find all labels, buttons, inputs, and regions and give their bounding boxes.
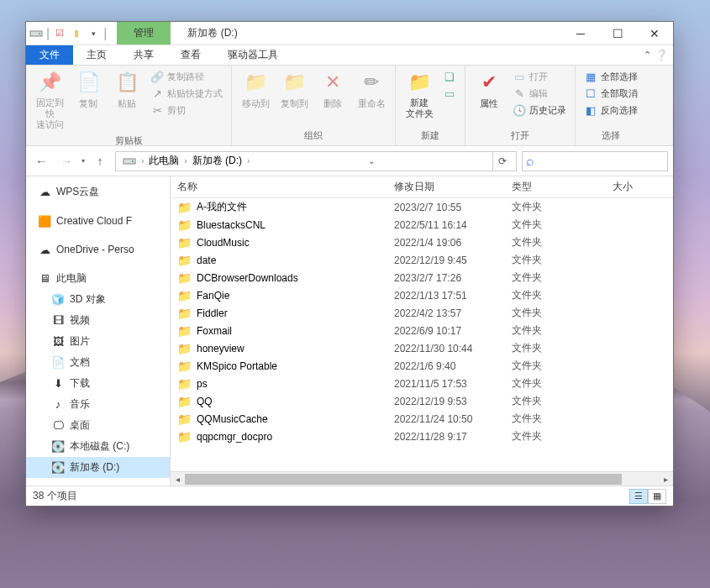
sidebar-item[interactable]: ☁OneDrive - Perso xyxy=(26,239,170,260)
horizontal-scrollbar[interactable]: ◂ ▸ xyxy=(171,471,673,486)
select-none-button[interactable]: ☐ 全部取消 xyxy=(581,86,641,101)
nav-forward-button[interactable]: → xyxy=(56,151,76,171)
nav-back-button[interactable]: ← xyxy=(31,151,51,171)
chevron-right-icon[interactable]: › xyxy=(184,156,187,165)
properties-button[interactable]: ✔ 属性 xyxy=(471,67,508,112)
sidebar-item[interactable]: 💽新加卷 (D:) xyxy=(26,457,170,478)
file-row[interactable]: 📁BluestacksCNL2022/5/11 16:14文件夹 xyxy=(171,216,673,234)
paste-shortcut-icon: ↗ xyxy=(150,87,164,100)
open-label: 打开 xyxy=(529,71,548,83)
folder-qat-icon[interactable]: ▮ xyxy=(70,27,83,40)
search-input[interactable] xyxy=(538,155,664,167)
history-button[interactable]: 🕓 历史记录 xyxy=(509,102,570,118)
copy-to-button[interactable]: 📁 复制到 xyxy=(276,67,313,112)
file-date: 2021/11/5 17:53 xyxy=(394,378,512,390)
copy-path-button[interactable]: 🔗 复制路径 xyxy=(147,69,226,84)
qat-dropdown-icon[interactable]: ▾ xyxy=(87,27,100,40)
close-button[interactable]: ✕ xyxy=(636,22,673,45)
new-folder-button[interactable]: 📁 新建 文件夹 xyxy=(401,67,438,121)
column-size[interactable]: 大小 xyxy=(613,180,673,194)
nav-up-button[interactable]: ↑ xyxy=(90,151,110,171)
navigation-pane[interactable]: ☁WPS云盘🟧Creative Cloud F☁OneDrive - Perso… xyxy=(26,176,171,486)
sidebar-item[interactable]: 📄文档 xyxy=(26,352,170,373)
menu-drive-tools[interactable]: 驱动器工具 xyxy=(214,45,292,65)
details-view-button[interactable]: ☰ xyxy=(629,489,648,504)
edit-button[interactable]: ✎ 编辑 xyxy=(509,86,570,101)
maximize-button[interactable]: ☐ xyxy=(599,22,636,45)
breadcrumb-dropdown[interactable]: ⌄ xyxy=(361,152,381,171)
file-row[interactable]: 📁Fiddler2022/4/2 13:57文件夹 xyxy=(171,304,673,322)
paste-shortcut-button[interactable]: ↗ 粘贴快捷方式 xyxy=(147,86,226,101)
pin-button[interactable]: 📌 固定到快 速访问 xyxy=(31,67,68,133)
sidebar-item[interactable]: 🧊3D 对象 xyxy=(26,289,170,310)
sidebar-item[interactable]: ☁WPS云盘 xyxy=(26,181,170,202)
sidebar-item-label: Creative Cloud F xyxy=(56,215,132,227)
checkbox-icon[interactable]: ☑ xyxy=(53,27,66,40)
refresh-button[interactable]: ⟳ xyxy=(492,152,513,171)
copy-button[interactable]: 📄 复制 xyxy=(70,67,107,112)
column-type[interactable]: 类型 xyxy=(512,180,613,194)
new-item-button[interactable]: ❏ xyxy=(439,69,460,84)
sidebar-item[interactable]: 💽本地磁盘 (C:) xyxy=(26,436,170,457)
sidebar-item[interactable]: 🖵桌面 xyxy=(26,415,170,436)
breadcrumb[interactable]: › 此电脑 › 新加卷 (D:) › ⌄ ⟳ xyxy=(115,151,517,171)
open-button[interactable]: ▭ 打开 xyxy=(509,69,570,84)
file-row[interactable]: 📁CloudMusic2022/1/4 19:06文件夹 xyxy=(171,234,673,251)
sidebar-item[interactable]: ♪音乐 xyxy=(26,394,170,415)
invert-selection-button[interactable]: ◧ 反向选择 xyxy=(581,102,641,118)
scroll-track[interactable] xyxy=(185,472,659,486)
file-list[interactable]: 📁A-我的文件2023/2/7 10:55文件夹📁BluestacksCNL20… xyxy=(171,198,673,471)
chevron-right-icon[interactable]: › xyxy=(141,156,144,165)
file-type: 文件夹 xyxy=(512,376,613,391)
file-type: 文件夹 xyxy=(512,359,613,373)
icons-view-button[interactable]: ▦ xyxy=(648,489,666,504)
file-row[interactable]: 📁honeyview2022/11/30 10:44文件夹 xyxy=(171,339,673,357)
column-date[interactable]: 修改日期 xyxy=(394,180,512,194)
delete-button[interactable]: ✕ 删除 xyxy=(314,67,351,112)
file-row[interactable]: 📁date2022/12/19 9:45文件夹 xyxy=(171,251,673,269)
properties-label: 属性 xyxy=(480,97,498,110)
scroll-right-button[interactable]: ▸ xyxy=(659,472,673,486)
menu-view[interactable]: 查看 xyxy=(167,45,214,65)
sidebar-item[interactable]: 🎞视频 xyxy=(26,310,170,331)
menu-share[interactable]: 共享 xyxy=(120,45,167,65)
minimize-button[interactable]: ─ xyxy=(562,22,599,45)
breadcrumb-this-pc[interactable]: 此电脑 xyxy=(145,154,182,168)
file-row[interactable]: 📁ps2021/11/5 17:53文件夹 xyxy=(171,375,673,392)
chevron-right-icon[interactable]: › xyxy=(247,156,250,165)
paste-button[interactable]: 📋 粘贴 xyxy=(108,67,145,112)
copy-label: 复制 xyxy=(79,97,97,110)
easy-access-button[interactable]: ▭ xyxy=(439,86,460,101)
file-row[interactable]: 📁KMSpico Portable2022/1/6 9:40文件夹 xyxy=(171,357,673,375)
file-row[interactable]: 📁DCBrowserDownloads2023/2/7 17:26文件夹 xyxy=(171,269,673,286)
nav-history-dropdown[interactable]: ▾ xyxy=(82,157,85,165)
delete-label: 删除 xyxy=(323,97,342,110)
move-to-button[interactable]: 📁 移动到 xyxy=(237,67,274,112)
column-name[interactable]: 名称 xyxy=(177,180,394,194)
help-icon[interactable]: ❔ xyxy=(655,49,668,61)
sidebar-item[interactable]: ⬇下载 xyxy=(26,373,170,394)
cut-button[interactable]: ✂ 剪切 xyxy=(147,102,226,118)
file-row[interactable]: 📁qqpcmgr_docpro2022/11/28 9:17文件夹 xyxy=(171,428,673,445)
file-row[interactable]: 📁Foxmail2022/6/9 10:17文件夹 xyxy=(171,322,673,339)
menu-file[interactable]: 文件 xyxy=(26,45,73,65)
scroll-left-button[interactable]: ◂ xyxy=(171,472,185,486)
scroll-thumb[interactable] xyxy=(185,474,622,485)
sidebar-item[interactable]: 🟧Creative Cloud F xyxy=(26,211,170,231)
rename-button[interactable]: ✏ 重命名 xyxy=(353,67,390,112)
sidebar-item[interactable]: 🖼图片 xyxy=(26,331,170,352)
file-row[interactable]: 📁QQMusicCache2022/11/24 10:50文件夹 xyxy=(171,410,673,428)
search-box[interactable]: ⌕ xyxy=(522,151,668,171)
file-date: 2022/6/9 10:17 xyxy=(394,325,512,337)
ribbon-collapse-icon[interactable]: ⌃ xyxy=(644,50,651,60)
file-row[interactable]: 📁A-我的文件2023/2/7 10:55文件夹 xyxy=(171,198,673,216)
file-row[interactable]: 📁QQ2022/12/19 9:53文件夹 xyxy=(171,392,673,410)
breadcrumb-drive[interactable]: 新加卷 (D:) xyxy=(189,154,245,168)
svg-point-3 xyxy=(132,160,134,162)
file-row[interactable]: 📁FanQie2022/1/13 17:51文件夹 xyxy=(171,286,673,304)
menu-home[interactable]: 主页 xyxy=(73,45,120,65)
context-tab-manage[interactable]: 管理 xyxy=(117,22,171,45)
select-all-button[interactable]: ▦ 全部选择 xyxy=(581,69,641,84)
sidebar-item[interactable]: 🖥此电脑 xyxy=(26,268,170,289)
folder-icon: 📁 xyxy=(177,289,192,302)
